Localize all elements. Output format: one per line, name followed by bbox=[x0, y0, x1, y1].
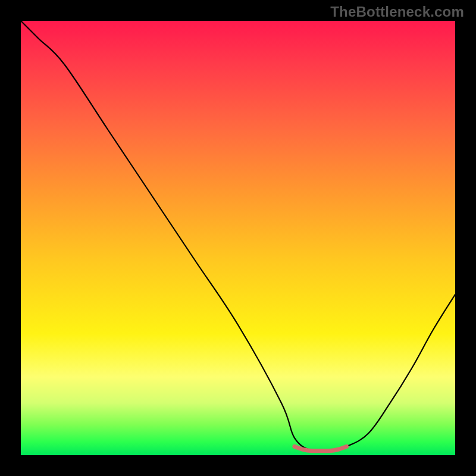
plot-area bbox=[21, 21, 455, 455]
optimal-zone-path bbox=[295, 446, 347, 450]
curve-layer bbox=[21, 21, 455, 455]
watermark-text: TheBottleneck.com bbox=[330, 4, 464, 20]
bottleneck-curve-path bbox=[21, 21, 455, 452]
chart-frame: TheBottleneck.com bbox=[0, 0, 476, 476]
